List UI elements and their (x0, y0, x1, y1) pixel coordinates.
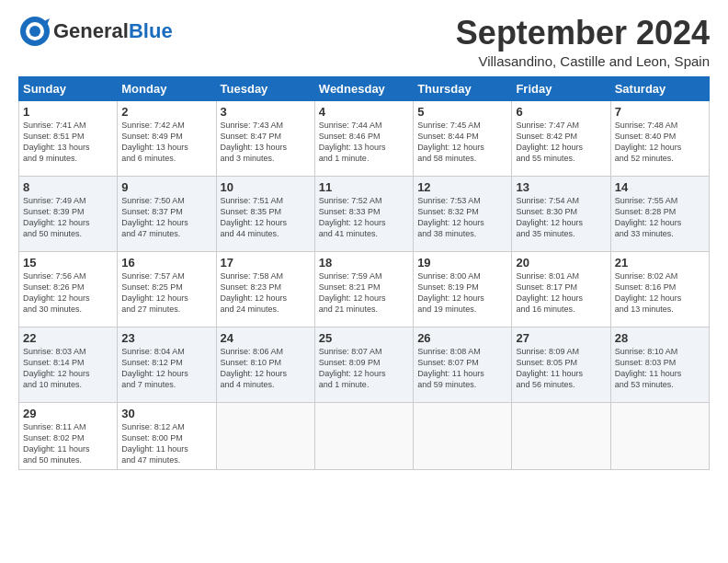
day-cell: 22Sunrise: 8:03 AMSunset: 8:14 PMDayligh… (19, 327, 118, 402)
day-cell: 28Sunrise: 8:10 AMSunset: 8:03 PMDayligh… (610, 327, 709, 402)
week-row-1: 1Sunrise: 7:41 AMSunset: 8:51 PMDaylight… (19, 100, 710, 176)
day-number: 21 (615, 256, 705, 270)
logo-text: GeneralBlue (18, 15, 173, 48)
day-number: 24 (221, 331, 311, 345)
day-number: 19 (417, 256, 507, 270)
weekday-header-thursday: Thursday (414, 76, 512, 100)
day-number: 25 (319, 331, 409, 345)
day-info: Sunrise: 7:41 AMSunset: 8:51 PMDaylight:… (23, 120, 113, 165)
weekday-header-row: SundayMondayTuesdayWednesdayThursdayFrid… (19, 76, 710, 100)
logo-blue: Blue (129, 19, 173, 42)
day-info: Sunrise: 8:02 AMSunset: 8:16 PMDaylight:… (615, 270, 705, 316)
month-year: September 2024 (456, 15, 710, 52)
day-info: Sunrise: 7:57 AMSunset: 8:25 PMDaylight:… (121, 270, 211, 316)
day-number: 22 (23, 331, 113, 345)
day-cell: 18Sunrise: 7:59 AMSunset: 8:21 PMDayligh… (314, 251, 413, 327)
weekday-header-friday: Friday (512, 76, 610, 100)
day-number: 30 (121, 407, 211, 420)
day-cell: 20Sunrise: 8:01 AMSunset: 8:17 PMDayligh… (512, 251, 610, 327)
day-info: Sunrise: 8:10 AMSunset: 8:03 PMDaylight:… (615, 346, 705, 391)
day-number: 9 (121, 180, 211, 194)
day-cell: 11Sunrise: 7:52 AMSunset: 8:33 PMDayligh… (314, 176, 413, 251)
day-cell: 23Sunrise: 8:04 AMSunset: 8:12 PMDayligh… (118, 327, 216, 402)
day-info: Sunrise: 7:44 AMSunset: 8:46 PMDaylight:… (319, 120, 409, 165)
day-info: Sunrise: 8:01 AMSunset: 8:17 PMDaylight:… (516, 270, 606, 316)
day-number: 27 (516, 331, 606, 345)
day-info: Sunrise: 8:07 AMSunset: 8:09 PMDaylight:… (319, 346, 409, 391)
day-number: 16 (121, 256, 211, 270)
day-info: Sunrise: 7:42 AMSunset: 8:49 PMDaylight:… (121, 120, 211, 165)
day-number: 5 (417, 105, 507, 119)
day-info: Sunrise: 8:08 AMSunset: 8:07 PMDaylight:… (417, 346, 507, 391)
day-number: 8 (23, 180, 113, 194)
logo-general: General (53, 19, 129, 42)
day-info: Sunrise: 7:54 AMSunset: 8:30 PMDaylight:… (516, 195, 606, 240)
day-info: Sunrise: 7:56 AMSunset: 8:26 PMDaylight:… (23, 270, 113, 316)
weekday-header-tuesday: Tuesday (216, 76, 314, 100)
day-cell (314, 402, 413, 470)
day-number: 29 (23, 407, 113, 420)
day-info: Sunrise: 7:43 AMSunset: 8:47 PMDaylight:… (221, 120, 311, 165)
week-row-3: 15Sunrise: 7:56 AMSunset: 8:26 PMDayligh… (19, 251, 710, 327)
day-info: Sunrise: 8:00 AMSunset: 8:19 PMDaylight:… (417, 270, 507, 316)
day-cell: 29Sunrise: 8:11 AMSunset: 8:02 PMDayligh… (19, 402, 118, 470)
day-cell: 21Sunrise: 8:02 AMSunset: 8:16 PMDayligh… (610, 251, 709, 327)
day-info: Sunrise: 7:59 AMSunset: 8:21 PMDaylight:… (319, 270, 409, 316)
day-cell (512, 402, 610, 470)
week-row-2: 8Sunrise: 7:49 AMSunset: 8:39 PMDaylight… (19, 176, 710, 251)
day-number: 26 (417, 331, 507, 345)
day-number: 18 (319, 256, 409, 270)
day-info: Sunrise: 8:03 AMSunset: 8:14 PMDaylight:… (23, 346, 113, 391)
day-info: Sunrise: 7:50 AMSunset: 8:37 PMDaylight:… (121, 195, 211, 240)
day-cell: 25Sunrise: 8:07 AMSunset: 8:09 PMDayligh… (314, 327, 413, 402)
day-cell: 3Sunrise: 7:43 AMSunset: 8:47 PMDaylight… (216, 100, 314, 176)
day-cell: 2Sunrise: 7:42 AMSunset: 8:49 PMDaylight… (118, 100, 216, 176)
day-info: Sunrise: 8:11 AMSunset: 8:02 PMDaylight:… (23, 421, 113, 466)
day-info: Sunrise: 7:49 AMSunset: 8:39 PMDaylight:… (23, 195, 113, 240)
day-number: 23 (121, 331, 211, 345)
day-number: 12 (417, 180, 507, 194)
week-row-4: 22Sunrise: 8:03 AMSunset: 8:14 PMDayligh… (19, 327, 710, 402)
day-cell: 7Sunrise: 7:48 AMSunset: 8:40 PMDaylight… (610, 100, 709, 176)
day-cell: 9Sunrise: 7:50 AMSunset: 8:37 PMDaylight… (118, 176, 216, 251)
weekday-header-saturday: Saturday (610, 76, 709, 100)
day-cell: 15Sunrise: 7:56 AMSunset: 8:26 PMDayligh… (19, 251, 118, 327)
day-number: 20 (516, 256, 606, 270)
day-cell: 19Sunrise: 8:00 AMSunset: 8:19 PMDayligh… (414, 251, 512, 327)
day-number: 17 (221, 256, 311, 270)
day-info: Sunrise: 7:51 AMSunset: 8:35 PMDaylight:… (221, 195, 311, 240)
day-info: Sunrise: 8:04 AMSunset: 8:12 PMDaylight:… (121, 346, 211, 391)
title-block: September 2024 Villasandino, Castille an… (456, 15, 710, 69)
calendar-table: SundayMondayTuesdayWednesdayThursdayFrid… (18, 76, 710, 471)
weekday-header-sunday: Sunday (19, 76, 118, 100)
day-info: Sunrise: 7:47 AMSunset: 8:42 PMDaylight:… (516, 120, 606, 165)
day-cell (610, 402, 709, 470)
day-number: 15 (23, 256, 113, 270)
day-cell: 27Sunrise: 8:09 AMSunset: 8:05 PMDayligh… (512, 327, 610, 402)
day-info: Sunrise: 7:58 AMSunset: 8:23 PMDaylight:… (221, 270, 311, 316)
day-number: 6 (516, 105, 606, 119)
day-number: 7 (615, 105, 705, 119)
day-info: Sunrise: 8:09 AMSunset: 8:05 PMDaylight:… (516, 346, 606, 391)
logo-label: GeneralBlue (53, 19, 173, 43)
day-number: 11 (319, 180, 409, 194)
day-info: Sunrise: 7:48 AMSunset: 8:40 PMDaylight:… (615, 120, 705, 165)
day-cell: 5Sunrise: 7:45 AMSunset: 8:44 PMDaylight… (414, 100, 512, 176)
day-number: 1 (23, 105, 113, 119)
day-cell: 26Sunrise: 8:08 AMSunset: 8:07 PMDayligh… (414, 327, 512, 402)
day-info: Sunrise: 7:53 AMSunset: 8:32 PMDaylight:… (417, 195, 507, 240)
logo: GeneralBlue (18, 15, 173, 48)
day-cell: 16Sunrise: 7:57 AMSunset: 8:25 PMDayligh… (118, 251, 216, 327)
day-cell: 12Sunrise: 7:53 AMSunset: 8:32 PMDayligh… (414, 176, 512, 251)
day-cell (414, 402, 512, 470)
day-number: 4 (319, 105, 409, 119)
weekday-header-monday: Monday (118, 76, 216, 100)
day-info: Sunrise: 7:52 AMSunset: 8:33 PMDaylight:… (319, 195, 409, 240)
page: GeneralBlue September 2024 Villasandino,… (0, 0, 728, 563)
day-cell: 17Sunrise: 7:58 AMSunset: 8:23 PMDayligh… (216, 251, 314, 327)
day-cell: 13Sunrise: 7:54 AMSunset: 8:30 PMDayligh… (512, 176, 610, 251)
day-number: 2 (121, 105, 211, 119)
day-info: Sunrise: 7:45 AMSunset: 8:44 PMDaylight:… (417, 120, 507, 165)
day-cell: 24Sunrise: 8:06 AMSunset: 8:10 PMDayligh… (216, 327, 314, 402)
day-cell: 14Sunrise: 7:55 AMSunset: 8:28 PMDayligh… (610, 176, 709, 251)
